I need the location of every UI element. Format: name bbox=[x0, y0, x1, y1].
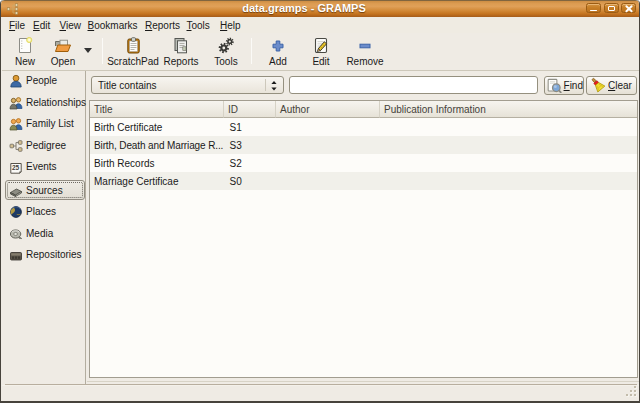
svg-text:25: 25 bbox=[12, 164, 20, 171]
